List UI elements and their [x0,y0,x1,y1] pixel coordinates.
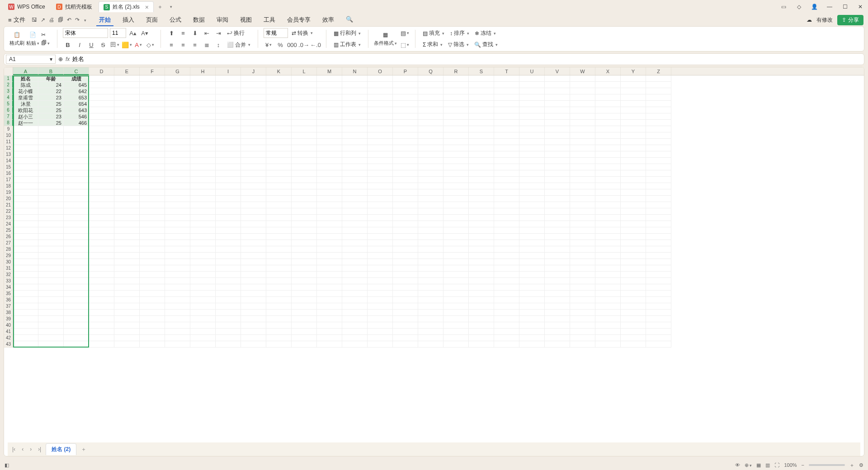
sheet-first-icon[interactable]: |‹ [10,446,17,452]
paste-icon[interactable]: 📄 [29,32,36,38]
cell[interactable]: 642 [64,88,89,94]
cell[interactable] [64,227,89,234]
increase-decimal-icon[interactable]: .0→ [299,40,309,50]
cell[interactable] [216,208,241,215]
cell[interactable] [646,272,671,278]
cell[interactable] [165,297,190,303]
cell[interactable] [646,335,671,341]
cell[interactable] [114,253,140,259]
cell[interactable] [266,189,292,196]
cell[interactable] [443,88,469,94]
cell[interactable] [13,316,38,322]
cell[interactable]: 24 [38,82,64,88]
cell[interactable] [317,94,342,101]
table-format-icon[interactable]: ⬚ [400,40,410,50]
cell[interactable] [89,202,114,208]
cell[interactable] [570,221,595,227]
cell[interactable] [342,322,368,329]
cell[interactable] [13,303,38,310]
row-header[interactable]: 35 [4,291,13,297]
cell[interactable] [89,164,114,170]
cell[interactable]: 23 [38,113,64,120]
cell[interactable]: 25 [38,107,64,113]
cell[interactable] [443,113,469,120]
cell[interactable] [418,170,443,177]
cell[interactable] [393,177,418,183]
cell[interactable] [165,316,190,322]
cell[interactable] [595,316,621,322]
cell[interactable] [443,297,469,303]
cell[interactable] [621,107,646,113]
cell[interactable] [621,221,646,227]
cell[interactable] [216,335,241,341]
row-header[interactable]: 40 [4,322,13,329]
cell[interactable] [89,158,114,164]
cell[interactable] [342,189,368,196]
cell[interactable] [165,253,190,259]
cut-icon[interactable]: ✂ [41,32,50,38]
cell[interactable] [317,107,342,113]
cell[interactable] [595,246,621,253]
cell[interactable] [190,107,216,113]
cell[interactable] [545,259,570,265]
cell[interactable] [418,284,443,291]
cell[interactable] [38,145,64,151]
formula-input[interactable] [72,55,862,64]
cell[interactable] [469,170,494,177]
cell[interactable] [570,259,595,265]
col-header-U[interactable]: U [519,67,545,75]
cell[interactable] [545,107,570,113]
cell[interactable] [393,221,418,227]
cell[interactable] [216,310,241,316]
cell[interactable] [646,341,671,348]
row-header[interactable]: 41 [4,329,13,335]
cell[interactable] [469,107,494,113]
cell[interactable] [545,234,570,240]
cell[interactable] [418,177,443,183]
row-header[interactable]: 19 [4,189,13,196]
cell[interactable] [621,177,646,183]
cell[interactable] [418,322,443,329]
cell[interactable] [38,322,64,329]
cell[interactable] [494,316,519,322]
cell[interactable] [342,297,368,303]
cell[interactable] [469,177,494,183]
cell[interactable]: 546 [64,113,89,120]
cell[interactable] [13,246,38,253]
cell[interactable] [519,316,545,322]
cell[interactable] [266,88,292,94]
cell[interactable] [38,221,64,227]
cell[interactable] [266,297,292,303]
col-header-C[interactable]: C [64,67,89,75]
cell[interactable] [216,158,241,164]
cell[interactable] [494,88,519,94]
cell[interactable] [469,322,494,329]
cell[interactable] [443,151,469,158]
cell[interactable] [621,297,646,303]
cell[interactable] [165,164,190,170]
cell[interactable] [140,259,165,265]
cell[interactable] [140,183,165,189]
cell[interactable] [595,329,621,335]
tab-insert[interactable]: 插入 [117,14,140,26]
cell[interactable] [216,75,241,82]
cell[interactable] [342,164,368,170]
cell[interactable] [13,278,38,284]
cell[interactable] [216,221,241,227]
cell[interactable] [216,151,241,158]
cell[interactable] [241,101,266,107]
cell[interactable] [89,278,114,284]
cell[interactable] [241,272,266,278]
cell[interactable] [140,265,165,272]
cell[interactable] [216,278,241,284]
align-justify-icon[interactable]: ≣ [202,40,212,50]
format-painter-label[interactable]: 格式刷 [9,40,24,47]
sort-button[interactable]: ↕排序 [448,28,471,38]
decrease-decimal-icon[interactable]: ←.0 [311,40,321,50]
row-header[interactable]: 2 [4,82,13,88]
cell[interactable] [89,82,114,88]
cell[interactable] [292,335,317,341]
cell[interactable] [621,246,646,253]
cell[interactable] [469,196,494,202]
cell[interactable] [469,303,494,310]
